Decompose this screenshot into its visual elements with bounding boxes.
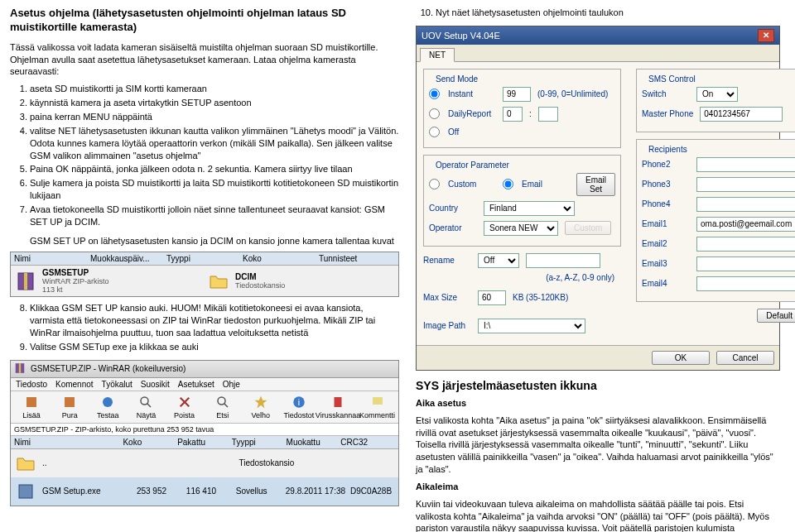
email3-input[interactable] [696,256,795,271]
file-name: GSMSETUP [42,268,89,277]
parent-folder-row[interactable]: .. Tiedostokansio [11,449,398,477]
rename-label: Rename [423,256,471,265]
intro-text: Tässä valikossa voit ladata kameran sisä… [10,41,399,79]
zip-archive-icon [14,362,26,376]
tool-wizard[interactable]: Velho [243,395,278,419]
tool-delete[interactable]: Poista [167,395,202,419]
exe-type: Sovellus [236,486,281,496]
operator-select[interactable]: Sonera NEW [484,221,558,236]
winrar-titlebar: GSMSETUP.ZIP - WinRAR (kokeiluversio) [11,361,398,378]
rename-select[interactable]: Off [478,253,519,268]
image-path-label: Image Path [423,321,471,330]
tool-extract[interactable]: Pura [52,395,87,419]
phone2-input[interactable] [696,157,795,172]
menu-help[interactable]: Ohje [223,380,240,389]
col-tags: Tunnisteet [319,254,395,263]
zip-archive-icon [14,270,37,293]
tool-test[interactable]: Testaa [90,395,125,419]
rename-input[interactable] [526,253,600,268]
phone4-input[interactable] [696,197,795,212]
switch-select[interactable]: On [696,87,738,102]
folder-icon [207,270,230,293]
step-item: Avaa tietokoneella SD muistikortti jollo… [30,204,399,228]
uov-setup-window: UOV Setup V4.04E ✕ NET Send Mode Instant [416,26,780,371]
tool-find[interactable]: Etsi [205,395,240,419]
exe-date: 29.8.2011 17:38 [286,486,345,496]
ok-button[interactable]: OK [652,351,710,365]
recipients-label: Recipients [645,145,691,154]
step-item: paina kerran MENU näppäintä [30,111,399,123]
close-button[interactable]: ✕ [758,29,774,42]
master-phone-input[interactable] [700,107,783,122]
instant-radio[interactable] [429,89,440,99]
menu-file[interactable]: Tiedosto [16,380,47,389]
menu-tools[interactable]: Työkalut [102,380,132,389]
country-select[interactable]: Finland [484,201,575,216]
email2-input[interactable] [696,237,795,252]
step-item: käynnistä kamera ja aseta virtakytkin SE… [30,97,399,109]
sms-control-label: SMS Control [645,74,699,84]
operator-parameter-group: Operator Parameter Custom Email Email Se… [423,155,621,247]
cancel-button[interactable]: Cancel [716,351,774,365]
folder-type: Tiedostokansio [235,281,395,290]
svg-point-6 [103,397,113,407]
tool-add[interactable]: Lisää [14,395,49,419]
svg-rect-5 [65,397,75,407]
step-item: valitse NET lähetysasetusten ikkunan kau… [30,125,399,162]
menu-commands[interactable]: Komennot [55,380,94,389]
menu-settings[interactable]: Asetukset [178,380,214,389]
folder-up-icon [14,452,37,475]
instant-hint: (0-99, 0=Unlimited) [537,89,608,98]
tab-net[interactable]: NET [420,48,455,62]
custom-radio[interactable] [429,179,440,189]
country-label: Country [429,204,477,213]
daily-hour-input[interactable] [503,107,523,122]
aika-asetus-heading: Aika asetus [416,397,780,410]
window-title: GSMSETUP.ZIP - WinRAR (kokeiluversio) [31,364,186,373]
off-radio[interactable] [429,127,440,137]
svg-marker-13 [254,395,267,408]
default-button[interactable]: Default [757,309,795,323]
maxsize-input[interactable] [478,290,506,305]
uov-title-text: UOV Setup V4.04E [422,31,500,41]
col-name: Nimi [14,438,123,447]
operator-group-label: Operator Parameter [432,161,513,170]
image-path-select[interactable]: I:\ [478,319,585,333]
rename-note: (a-z, A-Z, 0-9 only) [423,273,621,282]
email-radio[interactable] [503,179,513,189]
steps-list-b: Klikkaa GSM SET UP kansio auki. HUOM! Mi… [30,302,399,352]
file-type: WinRAR ZIP-arkisto [42,277,202,285]
tool-comment[interactable]: Kommentti [359,395,395,419]
svg-line-12 [224,403,228,407]
uov-titlebar: UOV Setup V4.04E ✕ [417,26,779,45]
phone3-input[interactable] [696,177,795,192]
tool-view[interactable]: Näytä [128,395,163,419]
colon-separator: : [529,109,532,118]
svg-rect-3 [19,363,21,373]
daily-min-input[interactable] [538,107,558,122]
tool-info[interactable]: iTiedostot [282,395,316,419]
menu-favorites[interactable]: Suosikit [141,380,170,389]
email1-input[interactable] [696,217,795,232]
winrar-toolbar: Lisää Pura Testaa Näytä Poista Etsi Velh… [11,391,398,424]
phone2-label: Phone2 [642,160,690,169]
email4-label: Email4 [642,279,690,288]
operator-label: Operator [429,223,477,232]
phone4-label: Phone4 [642,199,690,208]
recipients-group: Recipients Phone2 Phone3 Phone4 Email1 E… [636,139,795,302]
email-label: Email [522,180,570,189]
maxsize-unit: KB (35-120KB) [513,293,568,302]
svg-rect-17 [373,397,383,405]
col-modified: Muokattu [287,438,341,447]
email-set-button[interactable]: Email Set [576,173,615,196]
file-row[interactable]: GSMSETUP WinRAR ZIP-arkisto 113 kt DCIM … [11,266,398,296]
exe-name: GSM Setup.exe [42,486,132,496]
sys-section-title: SYS järjestelmäasetusten ikkuna [416,379,780,392]
tool-virusscan[interactable]: Virusskannaa [320,395,356,419]
email4-input[interactable] [696,276,795,291]
exe-row[interactable]: GSM Setup.exe 253 952 116 410 Sovellus 2… [11,477,398,506]
switch-label: Switch [642,89,690,98]
col-date: Muokkauspäiv... [90,254,166,263]
daily-radio[interactable] [429,108,440,119]
instant-value-input[interactable] [503,87,531,102]
